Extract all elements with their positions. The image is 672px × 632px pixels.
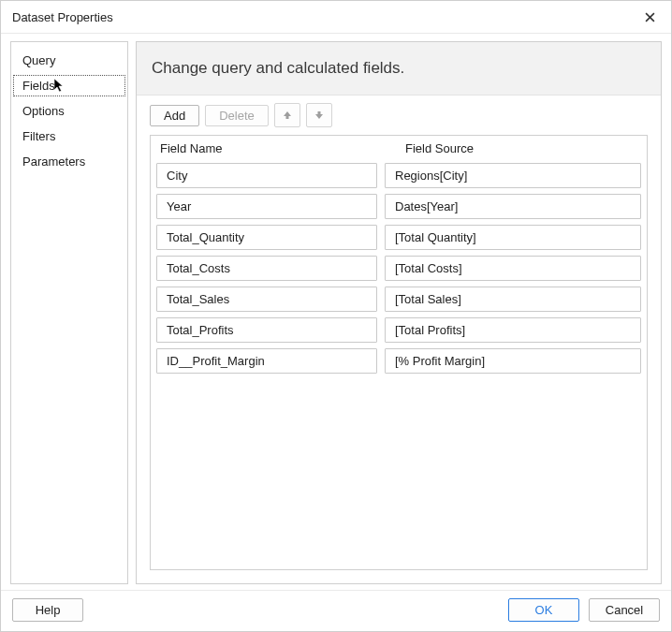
sidebar-item-label: Options (22, 104, 65, 118)
grid-row: Total_Quantity [Total Quantity] (156, 225, 641, 250)
toolbar: Add Delete (137, 96, 661, 135)
field-name-cell[interactable]: ID__Profit_Margin (156, 348, 377, 374)
grid-header: Field Name Field Source (151, 136, 647, 161)
field-source-cell[interactable]: [Total Profits] (385, 317, 641, 343)
grid-row: City Regions[City] (156, 163, 641, 188)
sidebar-item-fields[interactable]: Fields (11, 73, 127, 98)
titlebar: Dataset Properties (1, 1, 671, 34)
cursor-icon (54, 79, 66, 96)
sidebar-item-parameters[interactable]: Parameters (11, 149, 127, 174)
sidebar-item-label: Fields (22, 79, 55, 93)
grid-row: Total_Sales [Total Sales] (156, 287, 641, 312)
field-source-cell[interactable]: [% Profit Margin] (385, 348, 641, 374)
delete-button: Delete (205, 105, 269, 126)
move-down-button (306, 103, 332, 127)
sidebar-item-label: Parameters (22, 154, 85, 169)
cancel-button[interactable]: Cancel (589, 598, 660, 622)
arrow-down-icon (314, 110, 324, 120)
grid-row: Year Dates[Year] (156, 194, 641, 219)
field-name-cell[interactable]: Total_Sales (156, 287, 377, 312)
column-header-field-name: Field Name (151, 136, 396, 161)
add-button[interactable]: Add (150, 105, 199, 126)
sidebar-item-options[interactable]: Options (11, 98, 127, 124)
field-source-cell[interactable]: Dates[Year] (385, 194, 641, 219)
field-name-cell[interactable]: Total_Profits (156, 317, 377, 343)
grid-row: Total_Costs [Total Costs] (156, 256, 641, 281)
close-button[interactable] (637, 7, 662, 27)
sidebar: Query Fields Options Filters Parameters (10, 41, 128, 584)
field-name-cell[interactable]: Total_Quantity (156, 225, 377, 250)
grid-body: City Regions[City] Year Dates[Year] Tota… (151, 161, 647, 385)
move-up-button (274, 103, 300, 127)
sidebar-item-label: Filters (22, 129, 55, 143)
field-source-cell[interactable]: [Total Quantity] (385, 225, 641, 250)
help-button[interactable]: Help (12, 598, 83, 622)
field-source-cell[interactable]: [Total Costs] (385, 256, 641, 281)
grid-row: Total_Profits [Total Profits] (156, 317, 641, 343)
field-source-cell[interactable]: [Total Sales] (385, 287, 641, 312)
grid-row: ID__Profit_Margin [% Profit Margin] (156, 348, 641, 374)
sidebar-item-label: Query (22, 53, 55, 67)
field-name-cell[interactable]: Year (156, 194, 377, 219)
close-icon (645, 12, 655, 22)
page-heading: Change query and calculated fields. (137, 42, 661, 96)
main-panel: Change query and calculated fields. Add … (136, 41, 662, 584)
arrow-up-icon (283, 110, 292, 120)
dataset-properties-dialog: Dataset Properties Query Fields Options … (0, 0, 672, 632)
fields-grid: Field Name Field Source City Regions[Cit… (150, 135, 648, 570)
ok-button[interactable]: OK (508, 598, 579, 622)
dialog-footer: Help OK Cancel (1, 590, 671, 631)
field-name-cell[interactable]: Total_Costs (156, 256, 377, 281)
dialog-title: Dataset Properties (12, 10, 113, 24)
dialog-body: Query Fields Options Filters Parameters … (1, 34, 671, 590)
column-header-field-source: Field Source (396, 136, 647, 161)
field-source-cell[interactable]: Regions[City] (385, 163, 641, 188)
sidebar-item-query[interactable]: Query (11, 48, 127, 73)
field-name-cell[interactable]: City (156, 163, 377, 188)
sidebar-item-filters[interactable]: Filters (11, 124, 127, 149)
